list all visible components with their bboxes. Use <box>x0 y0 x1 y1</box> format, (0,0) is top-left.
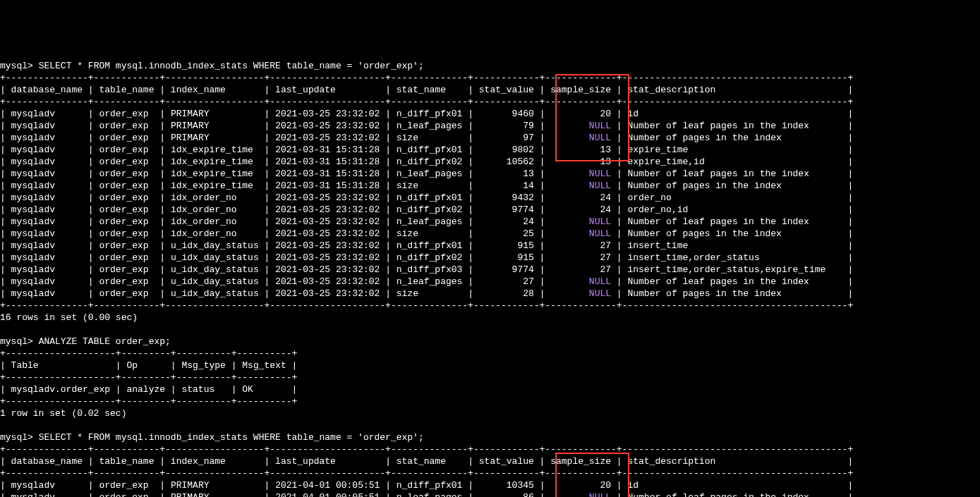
table-row: | mysqladv | order_exp | idx_order_no | … <box>0 204 853 215</box>
table-row: | mysqladv | order_exp | PRIMARY | 2021-… <box>0 133 853 143</box>
table-row: | mysqladv | order_exp | idx_order_no | … <box>0 216 853 227</box>
query-2: ANALYZE TABLE order_exp; <box>39 336 171 347</box>
table-row: | mysqladv | order_exp | u_idx_day_statu… <box>0 240 853 251</box>
prompt: mysql> <box>0 336 33 347</box>
result-footer: 1 row in set (0.02 sec) <box>0 408 126 419</box>
table-row: | mysqladv | order_exp | idx_expire_time… <box>0 157 853 167</box>
table-row: | mysqladv | order_exp | PRIMARY | 2021-… <box>0 492 853 497</box>
table-row: | mysqladv.order_exp | analyze | status … <box>0 384 297 395</box>
table-row: | mysqladv | order_exp | idx_order_no | … <box>0 228 853 239</box>
table-border: +---------------+------------+----------… <box>0 300 853 311</box>
table-border: +---------------+------------+----------… <box>0 73 853 83</box>
table-border: +---------------+------------+----------… <box>0 468 853 479</box>
table-header-row: | Table | Op | Msg_type | Msg_text | <box>0 360 297 371</box>
query-3: SELECT * FROM mysql.innodb_index_stats W… <box>39 432 424 443</box>
prompt: mysql> <box>0 61 33 71</box>
table-row: | mysqladv | order_exp | idx_expire_time… <box>0 180 853 191</box>
query-1: SELECT * FROM mysql.innodb_index_stats W… <box>39 61 424 71</box>
table-border: +---------------+------------+----------… <box>0 97 853 107</box>
table-border: +--------------------+---------+--------… <box>0 396 297 407</box>
table-row: | mysqladv | order_exp | u_idx_day_statu… <box>0 276 853 287</box>
table-row: | mysqladv | order_exp | PRIMARY | 2021-… <box>0 480 853 491</box>
table-border: +---------------+------------+----------… <box>0 444 853 455</box>
table-row: | mysqladv | order_exp | idx_expire_time… <box>0 168 853 179</box>
terminal-output: mysql> SELECT * FROM mysql.innodb_index_… <box>0 48 980 497</box>
table-row: | mysqladv | order_exp | u_idx_day_statu… <box>0 264 853 275</box>
table-row: | mysqladv | order_exp | u_idx_day_statu… <box>0 288 853 299</box>
table-row: | mysqladv | order_exp | PRIMARY | 2021-… <box>0 121 853 131</box>
table-header-row: | database_name | table_name | index_nam… <box>0 456 853 467</box>
table-row: | mysqladv | order_exp | idx_expire_time… <box>0 145 853 155</box>
table-border: +--------------------+---------+--------… <box>0 372 297 383</box>
table-border: +--------------------+---------+--------… <box>0 348 297 359</box>
result-footer: 16 rows in set (0.00 sec) <box>0 312 138 323</box>
table-row: | mysqladv | order_exp | u_idx_day_statu… <box>0 252 853 263</box>
prompt: mysql> <box>0 432 33 443</box>
table-header-row: | database_name | table_name | index_nam… <box>0 85 853 95</box>
table-row: | mysqladv | order_exp | PRIMARY | 2021-… <box>0 109 853 119</box>
table-row: | mysqladv | order_exp | idx_order_no | … <box>0 192 853 203</box>
